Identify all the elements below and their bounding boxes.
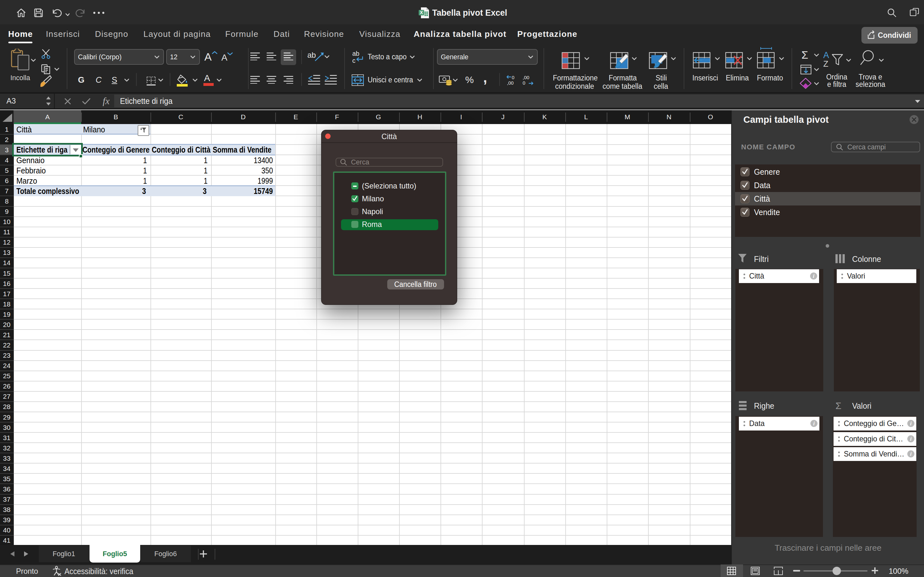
- svg-text:c: c: [352, 57, 355, 64]
- svg-text:i: i: [910, 436, 912, 442]
- svg-text:i: i: [813, 421, 815, 426]
- svg-text:X: X: [420, 10, 423, 15]
- svg-text:,00: ,00: [507, 80, 514, 85]
- svg-text:,00: ,00: [523, 75, 529, 80]
- svg-text:i: i: [813, 274, 814, 279]
- svg-text:i: i: [910, 421, 912, 426]
- svg-text:i: i: [910, 451, 912, 457]
- svg-text:ab: ab: [352, 50, 359, 57]
- svg-text:0: 0: [523, 80, 525, 85]
- svg-text:0: 0: [512, 75, 514, 80]
